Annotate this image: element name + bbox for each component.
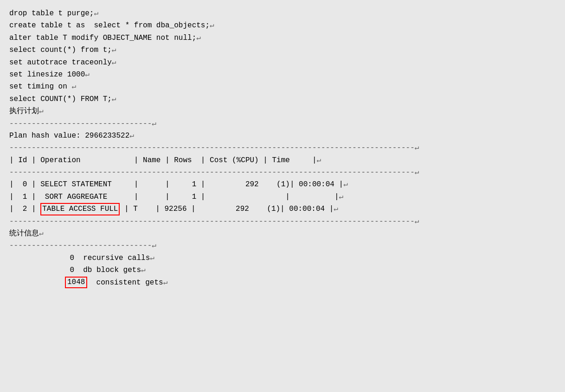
plan-row-0: | 0 | SELECT STATEMENT | | 1 | 292 (1)| …: [9, 178, 556, 190]
divider-stats: --------------------------------↵: [9, 240, 556, 252]
stat-label-consistent: consistent gets↵: [87, 277, 167, 289]
code-line-2: create table t as select * from dba_obje…: [9, 19, 556, 32]
code-line-4: select count(*) from t;↵: [9, 44, 556, 56]
table-access-full-highlight: TABLE ACCESS FULL: [40, 203, 120, 215]
code-line-6: set linesize 1000↵: [9, 69, 556, 81]
plan-row-2: | 2 | TABLE ACCESS FULL | T | 92256 | 29…: [9, 203, 556, 215]
code-line-8: select COUNT(*) FROM T;↵: [9, 93, 556, 105]
stats-row-recursive: 0 recursive calls↵: [9, 252, 556, 264]
stat-value-recursive: 0: [9, 252, 74, 264]
stat-value-dbblock: 0: [9, 264, 74, 276]
code-line-5: set autotrace traceonly↵: [9, 57, 556, 69]
divider-mid: ----------------------------------------…: [9, 166, 556, 178]
divider-bottom: ----------------------------------------…: [9, 215, 556, 228]
divider-top: ----------------------------------------…: [9, 142, 556, 154]
code-line-7: set timing on ↵: [9, 81, 556, 93]
stat-value-consistent-highlighted: 1048: [65, 277, 87, 288]
code-line-9: 执行计划↵: [9, 105, 556, 117]
plan-hash-value: Plan hash value: 2966233522↵: [9, 130, 556, 142]
stats-block: 0 recursive calls↵ 0 db block gets↵ 1048…: [9, 252, 556, 289]
code-block: drop table t purge;↵ create table t as s…: [9, 7, 556, 118]
stats-row-consistent: 1048 consistent gets↵: [9, 277, 556, 289]
stats-row-dbblock: 0 db block gets↵: [9, 264, 556, 276]
stat-label-recursive: recursive calls↵: [74, 252, 154, 264]
stat-label-dbblock: db block gets↵: [74, 264, 146, 276]
stats-title: 统计信息↵: [9, 228, 556, 240]
code-line-1: drop table t purge;↵: [9, 7, 556, 19]
code-line-3: alter table T modify OBJECT_NAME not nul…: [9, 32, 556, 44]
plan-table-header: | Id | Operation | Name | Rows | Cost (%…: [9, 154, 556, 166]
divider-1: --------------------------------↵: [9, 118, 556, 130]
plan-row-1: | 1 | SORT AGGREGATE | | 1 | | |↵: [9, 191, 556, 203]
